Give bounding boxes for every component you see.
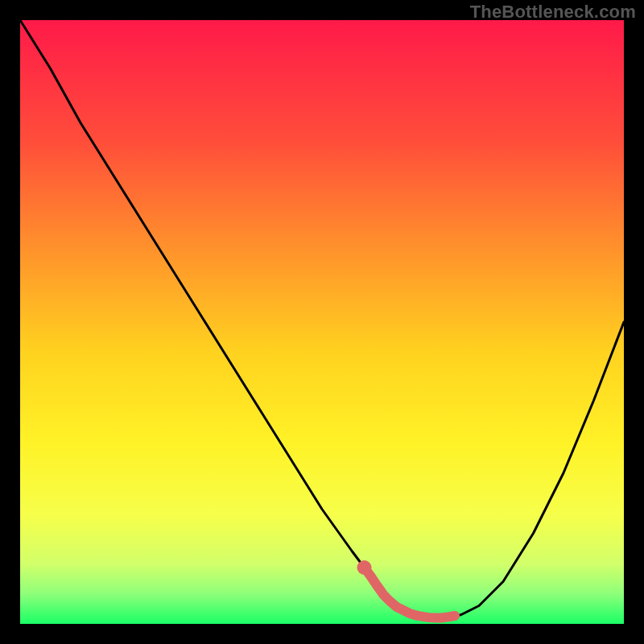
chart-plot xyxy=(20,20,624,624)
chart-svg xyxy=(20,20,624,624)
watermark-text: TheBottleneck.com xyxy=(470,2,636,23)
chart-frame: TheBottleneck.com xyxy=(0,0,644,644)
optimal-start-dot xyxy=(357,560,372,575)
